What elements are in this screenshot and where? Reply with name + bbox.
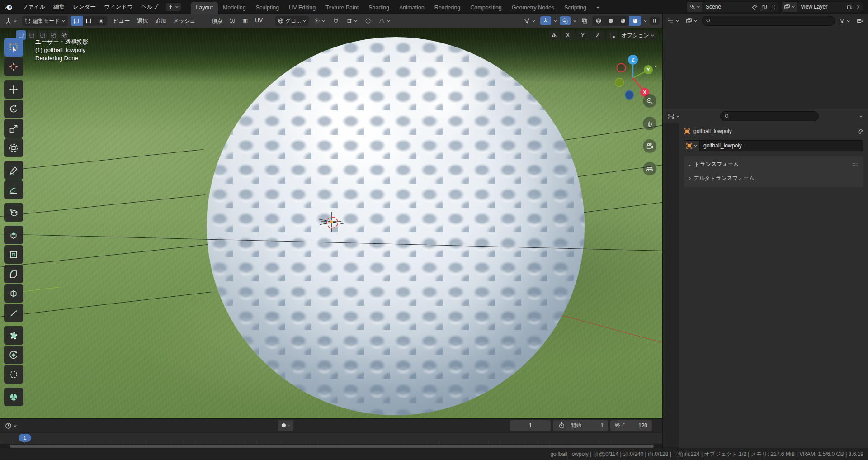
mesh-menu-辺[interactable]: 辺 [226, 15, 239, 27]
edge-select-button[interactable] [83, 16, 95, 26]
scene-selector[interactable]: Scene [687, 1, 778, 12]
shading-solid-button[interactable] [604, 16, 617, 26]
outliner-filter-button[interactable] [837, 17, 853, 25]
mirror-axis-y-button[interactable]: Y [576, 30, 590, 40]
tool-knife-button[interactable] [4, 304, 23, 322]
tool-scale-button[interactable] [4, 119, 23, 138]
workspace-tab-uv-editing[interactable]: UV Editing [284, 2, 321, 14]
transform-orientation-dropdown[interactable]: グロ... [275, 16, 309, 26]
chevron-down-icon[interactable] [643, 19, 647, 23]
pin-icon[interactable] [750, 4, 760, 10]
shading-rendered-button[interactable] [629, 16, 641, 26]
tool-smooth-button[interactable] [4, 365, 23, 384]
window-arrow-button[interactable] [166, 3, 181, 11]
pin-icon[interactable] [858, 128, 863, 134]
gizmo-toggle[interactable] [540, 16, 551, 25]
properties-editor-type-button[interactable] [665, 112, 682, 121]
transform-panel-header[interactable]: ⌄ トランスフォーム [687, 159, 860, 169]
outliner-search-input[interactable] [702, 16, 835, 26]
copy-icon[interactable] [760, 4, 769, 10]
menu-ヘルプ[interactable]: ヘルプ [137, 1, 162, 13]
workspace-tab-animation[interactable]: Animation [394, 2, 429, 14]
tool-loop-cut-button[interactable] [4, 284, 23, 303]
mode-dropdown[interactable]: 編集モード [22, 16, 68, 26]
shading-wireframe-button[interactable] [592, 16, 604, 26]
menu-ウィンドウ[interactable]: ウィンドウ [100, 1, 137, 13]
tool-annotate-button[interactable] [4, 161, 23, 180]
workspace-tab-modeling[interactable]: Modeling [218, 2, 251, 14]
xray-toggle[interactable] [579, 16, 590, 25]
tool-transform-button[interactable] [4, 138, 23, 157]
snap-path-button[interactable] [607, 30, 618, 40]
pan-hand-button[interactable] [643, 117, 656, 130]
copy-icon[interactable] [845, 4, 854, 10]
add-workspace-button[interactable]: + [591, 2, 604, 14]
golfball-mesh[interactable] [207, 37, 585, 415]
menu-ファイル[interactable]: ファイル [18, 1, 49, 13]
outliner-editor-type-button[interactable] [665, 16, 682, 25]
tool-select-box-button[interactable] [4, 38, 23, 57]
menu-レンダー[interactable]: レンダー [69, 1, 100, 13]
tool-extrude-region-button[interactable] [4, 226, 23, 244]
zoom-button[interactable] [643, 94, 656, 108]
face-select-button[interactable] [95, 16, 107, 26]
sidebar-toggle-arrow[interactable]: ‹ [655, 62, 657, 70]
shading-material-button[interactable] [617, 16, 629, 26]
vertex-select-button[interactable] [71, 16, 83, 26]
workspace-tab-geometry-nodes[interactable]: Geometry Nodes [507, 2, 559, 14]
tool-cursor-button[interactable] [4, 57, 23, 76]
tool-poly-build-button[interactable] [4, 326, 23, 345]
viewport-3d[interactable]: ユーザー・透視投影 (1) golfball_lowpoly Rendering… [0, 28, 662, 418]
frame-start-field[interactable]: 開始1 [566, 420, 608, 431]
viewport-menu-追加[interactable]: 追加 [151, 15, 170, 27]
proportional-edit-toggle[interactable] [363, 16, 373, 25]
properties-options-button[interactable] [857, 113, 865, 120]
overlays-toggle[interactable] [560, 16, 571, 25]
current-frame-field[interactable]: 1 [510, 420, 551, 431]
workspace-tab-compositing[interactable]: Compositing [465, 2, 506, 14]
mirror-axis-x-button[interactable]: X [561, 30, 575, 40]
workspace-tab-rendering[interactable]: Rendering [429, 2, 466, 14]
select-subtract-button[interactable] [38, 30, 47, 40]
auto-keyframe-button[interactable] [278, 420, 293, 431]
menu-編集[interactable]: 編集 [49, 1, 69, 13]
timeline-editor-type-button[interactable] [3, 421, 19, 431]
current-frame-badge[interactable]: 1 [19, 434, 31, 442]
close-icon[interactable] [769, 5, 778, 9]
workspace-tab-shading[interactable]: Shading [363, 2, 394, 14]
pause-button[interactable] [650, 17, 660, 25]
snap-with-dropdown[interactable] [344, 17, 360, 25]
timeline-ruler[interactable]: 1 [0, 432, 662, 444]
select-invert-button[interactable] [49, 30, 58, 40]
object-visibility-dropdown[interactable] [521, 16, 538, 26]
delta-transform-subpanel[interactable]: › デルタトランスフォーム [687, 173, 860, 184]
mesh-menu-頂点[interactable]: 頂点 [208, 15, 226, 27]
viewport-menu-選択[interactable]: 選択 [133, 15, 151, 27]
tool-rotate-button[interactable] [4, 100, 23, 118]
select-extend-button[interactable] [27, 30, 37, 40]
viewport-menu-メッシュ[interactable]: メッシュ [170, 15, 199, 27]
pivot-point-dropdown[interactable] [311, 16, 328, 25]
mesh-menu-面[interactable]: 面 [239, 15, 251, 27]
scene-name[interactable]: Scene [702, 4, 750, 10]
properties-search-input[interactable] [720, 111, 819, 121]
object-id-icon-button[interactable] [684, 140, 699, 151]
snap-toggle[interactable] [330, 16, 341, 25]
outliner-display-mode-button[interactable] [684, 16, 700, 25]
view-layer-name[interactable]: View Layer [797, 4, 845, 10]
workspace-tab-sculpting[interactable]: Sculpting [251, 2, 284, 14]
new-collection-button[interactable] [854, 16, 865, 25]
viewport-menu-ビュー[interactable]: ビュー [110, 15, 134, 27]
scrollbar-thumb[interactable] [10, 445, 654, 448]
mirror-button[interactable] [548, 30, 559, 40]
chevron-down-icon[interactable] [573, 19, 577, 23]
tool-inset-faces-button[interactable] [4, 245, 23, 264]
grid-ortho-button[interactable] [643, 162, 656, 175]
tool-spin-button[interactable] [4, 346, 23, 364]
view-layer-selector[interactable]: View Layer [782, 1, 863, 12]
tool-measure-button[interactable] [4, 180, 23, 199]
workspace-tab-layout[interactable]: Layout [191, 2, 218, 14]
chevron-down-icon[interactable] [553, 19, 557, 23]
tool-rip-region-button[interactable] [4, 388, 23, 406]
frame-end-field[interactable]: 終了120 [610, 420, 652, 431]
